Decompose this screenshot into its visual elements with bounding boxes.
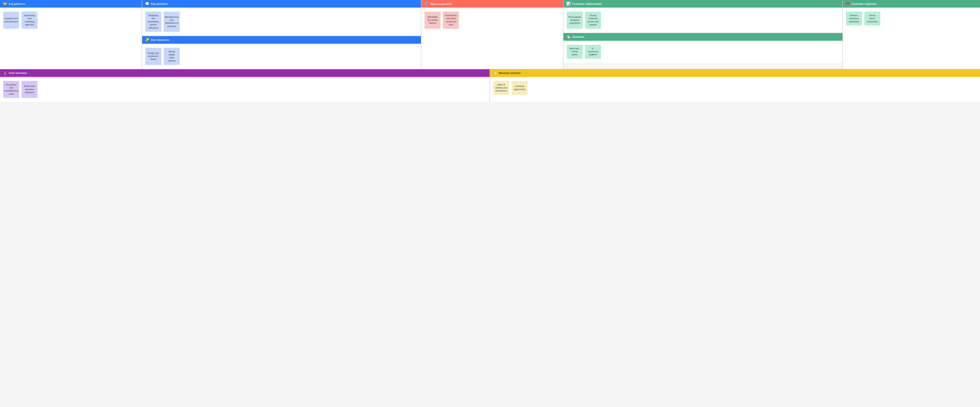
- business-model-canvas: 🤝 Key partners: Suppliers and manufactur…: [0, 0, 980, 407]
- key-activities-column: 💬 Key activities: Designing and developi…: [142, 0, 422, 69]
- card-designing[interactable]: Designing and developing fashion collect…: [145, 11, 161, 32]
- customer-segments-header: 🍩 Customer segments:: [843, 0, 980, 8]
- value-proposition-title: Value proposition:: [430, 2, 453, 5]
- key-activities-top-half: 💬 Key activities: Designing and developi…: [142, 0, 421, 36]
- channels-icon: 🏷️: [566, 35, 571, 39]
- card-licensing[interactable]: Licensing agreements: [512, 81, 528, 95]
- revenue-streams-title: Revenue streams:: [499, 72, 521, 75]
- value-proposition-column: ⚙️ Value proposition: Affordable and tre…: [421, 0, 563, 69]
- key-activities-icon: 💬: [145, 2, 150, 6]
- customer-relationships-icon: 📊: [566, 2, 571, 6]
- card-design-teams[interactable]: Design and production teams: [145, 48, 161, 65]
- customer-relationships-top-half: 📊 Customer relationships: Personalized s…: [563, 0, 842, 33]
- card-sales-clothing[interactable]: Sales of clothing and accessories: [493, 81, 509, 95]
- cost-structure-body: Production and manufacturing costs Retai…: [0, 77, 490, 102]
- channels-header: 🏷️ Channels:: [563, 33, 842, 41]
- cost-structure-icon: ✂️: [3, 71, 7, 75]
- key-activities-header: 💬 Key activities:: [142, 0, 421, 8]
- key-resources-icon: 🔑: [145, 38, 150, 42]
- value-proposition-header: ⚙️ Value proposition:: [421, 0, 563, 8]
- channels-title: Channels:: [572, 35, 585, 38]
- customer-segments-body: Fashion-conscious individuals Trend-savv…: [843, 8, 980, 69]
- card-suppliers[interactable]: Suppliers and manufacturers: [3, 11, 19, 29]
- channels-body: Brick-and-mortar stores E-commerce platf…: [563, 41, 842, 63]
- card-manufacturing[interactable]: Manufacturing and distribution of produc…: [164, 11, 180, 32]
- revenue-streams-header: 🏷️ Revenue streams:: [490, 69, 980, 77]
- card-production-costs[interactable]: Production and manufacturing costs: [3, 81, 19, 98]
- key-partners-header: 🤝 Key partners:: [0, 0, 142, 8]
- customer-relationships-title: Customer relationships:: [572, 2, 602, 5]
- key-activities-title: Key activities:: [151, 2, 168, 5]
- key-partners-icon: 🤝: [3, 2, 7, 6]
- channels-section: 🏷️ Channels: Brick-and-mortar stores E-c…: [563, 33, 842, 63]
- customer-relationships-column: 📊 Customer relationships: Personalized s…: [563, 0, 843, 69]
- bottom-section: ✂️ Cost structure: Production and manufa…: [0, 69, 980, 102]
- key-partners-title: Key partners:: [9, 2, 25, 5]
- customer-segments-title: Customer segments:: [852, 2, 877, 5]
- top-section: 🤝 Key partners: Suppliers and manufactur…: [0, 0, 980, 69]
- key-activities-body: Designing and developing fashion collect…: [142, 8, 421, 36]
- card-retail-expenses[interactable]: Retail store operation expenses: [22, 81, 38, 98]
- card-ecommerce[interactable]: E-commerce platform: [585, 45, 601, 59]
- key-resources-header: 🔑 Key resources:: [142, 36, 421, 44]
- cost-structure-column: ✂️ Cost structure: Production and manufa…: [0, 69, 490, 102]
- value-proposition-icon: ⚙️: [424, 2, 428, 6]
- card-brick-mortar[interactable]: Brick-and-mortar stores: [567, 45, 583, 59]
- card-supply-chain[interactable]: Strong supply chain network: [164, 48, 180, 65]
- card-affordable[interactable]: Affordable and trendy fashion: [425, 11, 441, 29]
- card-customer-service[interactable]: Strong customer service and support: [585, 11, 601, 29]
- customer-relationships-header: 📊 Customer relationships:: [563, 0, 842, 8]
- customer-segments-column: 🍩 Customer segments: Fashion-conscious i…: [843, 0, 980, 69]
- cost-structure-title: Cost structure:: [9, 72, 27, 75]
- revenue-streams-body: Sales of clothing and accessories Licens…: [490, 77, 980, 102]
- customer-relationships-body: Personalized shopping experience Strong …: [563, 8, 842, 33]
- revenue-streams-icon: 🏷️: [493, 71, 497, 75]
- card-personalized[interactable]: Personalized shopping experience: [567, 11, 583, 29]
- key-resources-body: Design and production teams Strong suppl…: [142, 44, 421, 69]
- revenue-streams-column: 🏷️ Revenue streams: Sales of clothing an…: [490, 69, 980, 102]
- value-proposition-body: Affordable and trendy fashion Fast fashi…: [421, 8, 563, 69]
- card-fast-fashion[interactable]: Fast fashion with quick turnaround time: [443, 11, 459, 29]
- key-partners-column: 🤝 Key partners: Suppliers and manufactur…: [0, 0, 142, 69]
- key-resources-title: Key resources:: [151, 38, 170, 41]
- card-fashion-conscious[interactable]: Fashion-conscious individuals: [846, 11, 862, 25]
- card-trend-savvy[interactable]: Trend-savvy consumers: [864, 11, 880, 25]
- key-resources-section: 🔑 Key resources: Design and production t…: [142, 36, 421, 69]
- customer-segments-icon: 🍩: [846, 2, 850, 6]
- cost-structure-header: ✂️ Cost structure:: [0, 69, 490, 77]
- card-advertising[interactable]: Advertising and marketing agencies: [22, 11, 38, 29]
- key-partners-body: Suppliers and manufacturers Advertising …: [0, 8, 142, 69]
